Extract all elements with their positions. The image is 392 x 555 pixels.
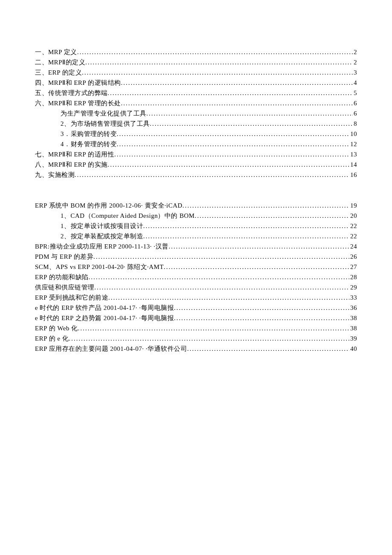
toc-entry-page: 5 <box>353 88 357 98</box>
toc-entry-page: 8 <box>353 119 357 129</box>
toc-entry-page: 13 <box>349 149 357 159</box>
toc-entry-text: 六、MRPⅡ和 ERP 管理的长处 <box>35 98 121 108</box>
toc-entry: 二、MRPⅡ的定义2 <box>35 57 357 67</box>
toc-leader-dots <box>150 119 353 129</box>
toc-entry-page: 6 <box>353 108 357 119</box>
toc-entry-text: 七、MRPⅡ和 ERP 的适用性 <box>35 149 114 159</box>
toc-entry-text: 4．财务管理的转变 <box>61 139 117 149</box>
toc-entry-text: 3．采购管理的转变 <box>61 129 117 139</box>
toc-entry: 八、MRPⅡ和 ERP 的实施14 <box>35 159 357 170</box>
toc-entry-page: 38 <box>349 313 357 323</box>
toc-entry-text: 为生产管理专业化提供了工具 <box>61 108 147 119</box>
toc-spacer <box>35 180 357 200</box>
toc-entry: ERP 应用存在的主要问题 2001-04-07· ·华通软件公司40 <box>35 344 357 354</box>
toc-entry-text: 五、传统管理方式的弊端 <box>35 88 108 98</box>
toc-leader-dots <box>195 211 349 221</box>
toc-entry: 七、MRPⅡ和 ERP 的适用性13 <box>35 149 357 159</box>
toc-entry-page: 14 <box>349 159 357 170</box>
toc-entry-text: 八、MRPⅡ和 ERP 的实施 <box>35 159 108 170</box>
toc-entry-page: 6 <box>353 98 357 108</box>
toc-leader-dots <box>78 323 349 333</box>
toc-entry-page: 4 <box>353 78 357 88</box>
toc-entry: PDM 与 ERP 的差异26 <box>35 251 357 262</box>
toc-entry: 2、按定单装配或按定单制造22 <box>35 231 357 241</box>
toc-entry-page: 39 <box>349 333 357 344</box>
toc-entry-text: ERP 的 e 化 <box>35 333 69 344</box>
toc-entry-page: 2 <box>353 57 357 67</box>
toc-entry-page: 27 <box>349 262 357 272</box>
toc-entry-text: 二、MRPⅡ的定义 <box>35 57 85 67</box>
toc-leader-dots <box>117 139 349 149</box>
toc-leader-dots <box>174 303 349 313</box>
toc-entry-text: ERP 受到挑战和它的前途 <box>35 292 108 303</box>
toc-leader-dots <box>164 262 349 272</box>
toc-entry: ERP 的 Web 化38 <box>35 323 357 333</box>
toc-leader-dots <box>182 200 349 211</box>
toc-entry-page: 40 <box>349 344 357 354</box>
toc-entry-text: BPR:推动企业成功应用 ERP 2000-11-13· ·汉普 <box>35 241 169 251</box>
toc-leader-dots <box>169 241 349 251</box>
toc-leader-dots <box>143 221 349 231</box>
toc-entry-page: 22 <box>349 231 357 241</box>
toc-entry-text: 一、MRP 定义 <box>35 47 77 57</box>
toc-entry-text: ERP 系统中 BOM 的作用 2000-12-06· 黄安全·iCAD <box>35 200 182 211</box>
toc-entry-page: 12 <box>349 139 357 149</box>
toc-entry: 一、MRP 定义2 <box>35 47 357 57</box>
toc-entry-page: 20 <box>349 211 357 221</box>
toc-entry: 四、MRPⅡ和 ERP 的逻辑结构4 <box>35 78 357 88</box>
toc-leader-dots <box>174 313 349 323</box>
toc-entry-page: 38 <box>349 323 357 333</box>
toc-entry: 三、ERP 的定义3 <box>35 67 357 78</box>
toc-entry: e 时代的 ERP 之趋势篇 2001-04-17· ·每周电脑报38 <box>35 313 357 323</box>
toc-entry: ERP 的功能和缺陷28 <box>35 272 357 282</box>
toc-entry-text: ERP 应用存在的主要问题 2001-04-07· ·华通软件公司 <box>35 344 187 354</box>
toc-entry-text: 2、按定单装配或按定单制造 <box>61 231 143 241</box>
toc-leader-dots <box>121 78 353 88</box>
toc-leader-dots <box>89 272 349 282</box>
toc-leader-dots <box>75 170 349 180</box>
toc-leader-dots <box>147 108 353 119</box>
toc-entry: 3．采购管理的转变10 <box>35 129 357 139</box>
toc-entry-text: 2、为市场销售管理提供了工具 <box>61 119 150 129</box>
toc-entry-page: 29 <box>349 282 357 292</box>
toc-entry: SCM、APS vs ERP 2001-04-20· 陈绍文·AMT27 <box>35 262 357 272</box>
toc-entry-text: 供应链和供应链管理 <box>35 282 95 292</box>
toc-leader-dots <box>82 67 353 78</box>
toc-entry-text: e 时代的 ERP 软件产品 2001-04-17· ·每周电脑报 <box>35 303 174 313</box>
toc-entry: 九、实施检测16 <box>35 170 357 180</box>
toc-leader-dots <box>93 251 349 262</box>
toc-leader-dots <box>95 282 350 292</box>
toc-entry: 1、按定单设计或按项目设计22 <box>35 221 357 231</box>
toc-entry-text: PDM 与 ERP 的差异 <box>35 251 93 262</box>
toc-entry-page: 2 <box>353 47 357 57</box>
toc-entry-page: 28 <box>349 272 357 282</box>
toc-entry-page: 24 <box>349 241 357 251</box>
toc-entry: ERP 的 e 化39 <box>35 333 357 344</box>
toc-entry: 供应链和供应链管理29 <box>35 282 357 292</box>
toc-entry: 为生产管理专业化提供了工具6 <box>35 108 357 119</box>
toc-leader-dots <box>69 333 349 344</box>
toc-entry-page: 26 <box>349 251 357 262</box>
toc-entry: ERP 受到挑战和它的前途33 <box>35 292 357 303</box>
toc-entry-page: 22 <box>349 221 357 231</box>
toc-entry-text: 九、实施检测 <box>35 170 75 180</box>
toc-entry-page: 33 <box>349 292 357 303</box>
toc-entry-text: 1、CAD（Computer Aided Design）中的 BOM <box>61 211 195 221</box>
toc-leader-dots <box>85 57 353 67</box>
table-of-contents: 一、MRP 定义2二、MRPⅡ的定义2三、ERP 的定义3四、MRPⅡ和 ERP… <box>35 47 357 354</box>
toc-entry-page: 10 <box>349 129 357 139</box>
toc-entry-page: 19 <box>349 200 357 211</box>
toc-entry-page: 3 <box>353 67 357 78</box>
toc-entry: 五、传统管理方式的弊端5 <box>35 88 357 98</box>
toc-leader-dots <box>187 344 349 354</box>
toc-entry-text: e 时代的 ERP 之趋势篇 2001-04-17· ·每周电脑报 <box>35 313 174 323</box>
toc-entry-text: 1、按定单设计或按项目设计 <box>61 221 143 231</box>
toc-leader-dots <box>77 47 353 57</box>
toc-entry: 2、为市场销售管理提供了工具8 <box>35 119 357 129</box>
toc-leader-dots <box>108 88 353 98</box>
toc-entry-text: 三、ERP 的定义 <box>35 67 82 78</box>
toc-entry-page: 36 <box>349 303 357 313</box>
toc-entry-page: 16 <box>349 170 357 180</box>
toc-entry: BPR:推动企业成功应用 ERP 2000-11-13· ·汉普24 <box>35 241 357 251</box>
toc-entry-text: ERP 的 Web 化 <box>35 323 78 333</box>
